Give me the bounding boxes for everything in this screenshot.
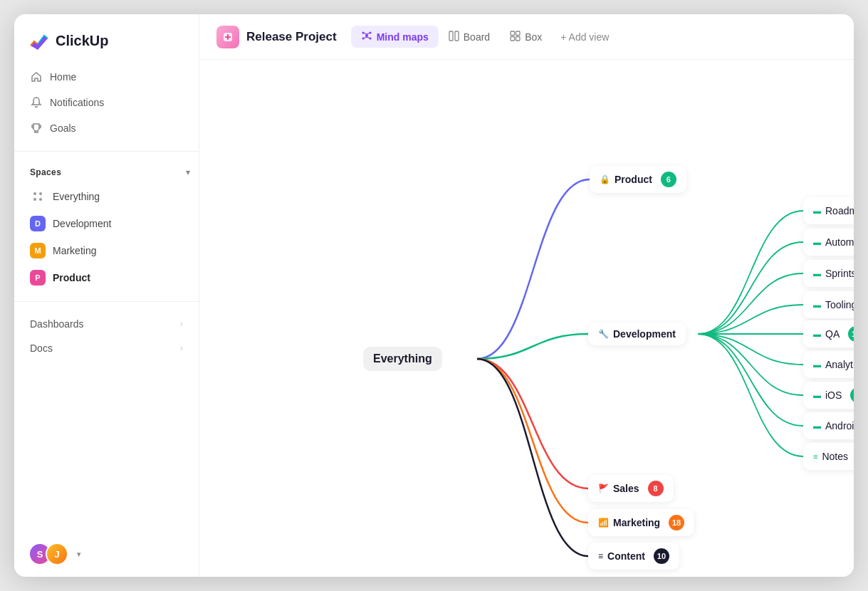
development-node-icon: 🔧	[598, 329, 609, 339]
mind-map-svg	[199, 60, 854, 577]
svg-rect-16	[511, 31, 515, 36]
mind-map-canvas: Everything 🔒 Product 6 🔧 Development 🚩 S…	[199, 60, 854, 577]
node-automation[interactable]: ▬ Automation 6	[803, 229, 854, 256]
everything-icon	[30, 189, 46, 204]
product-avatar: P	[30, 270, 46, 286]
tab-box[interactable]: Box	[500, 26, 552, 48]
node-sprints[interactable]: ▬ Sprints 11	[803, 260, 854, 287]
node-analytics[interactable]: ▬ Analytics 5	[803, 351, 854, 378]
footer-chevron-icon: ▾	[77, 550, 81, 559]
node-product[interactable]: 🔒 Product 6	[590, 166, 686, 193]
sidebar-item-development[interactable]: D Development	[21, 210, 192, 237]
sales-icon: 🚩	[598, 483, 609, 493]
node-content[interactable]: ≡ Content 10	[588, 543, 679, 570]
sidebar-item-home[interactable]: Home	[21, 64, 192, 90]
node-tooling[interactable]: ▬ Tooling 5	[803, 291, 854, 318]
logo: ClickUp	[14, 14, 199, 64]
sidebar-navigation: Home Notifications Goals	[14, 64, 199, 141]
project-title: Release Project	[246, 30, 337, 44]
ios-badge: 1	[850, 387, 854, 403]
user-avatar-img: J	[46, 543, 68, 565]
main-content: Release Project Mind maps Board Box	[199, 14, 854, 577]
content-badge: 10	[654, 548, 669, 564]
sprints-icon: ▬	[813, 269, 821, 278]
marketing-badge: 18	[669, 515, 684, 530]
node-roadmap[interactable]: ▬ Roadmap 11	[803, 197, 854, 224]
node-development[interactable]: 🔧 Development	[588, 323, 686, 345]
qa-icon: ▬	[813, 330, 821, 338]
home-label: Home	[50, 71, 76, 83]
product-node-label: Product	[615, 174, 652, 185]
goals-label: Goals	[50, 122, 76, 134]
node-ios[interactable]: ▬ iOS 1	[803, 382, 854, 409]
roadmap-icon: ▬	[813, 206, 821, 215]
spaces-section-header[interactable]: Spaces ▾	[14, 162, 199, 183]
clickup-logo-icon	[28, 30, 50, 51]
sidebar-item-marketing[interactable]: M Marketing	[21, 237, 192, 264]
notes-label: Notes	[822, 451, 848, 462]
svg-point-1	[39, 192, 42, 195]
sidebar-item-everything[interactable]: Everything	[21, 183, 192, 210]
bell-icon	[30, 96, 43, 109]
everything-label: Everything	[53, 191, 100, 202]
sidebar-item-notifications[interactable]: Notifications	[21, 90, 192, 115]
spaces-chevron-icon: ▾	[186, 167, 190, 177]
dashboards-label: Dashboards	[30, 318, 84, 330]
mind-maps-icon	[361, 30, 372, 43]
collapsible-list: Dashboards › Docs ›	[14, 312, 199, 360]
board-icon	[449, 31, 459, 43]
marketing-node-icon: 📶	[598, 518, 609, 528]
roadmap-label: Roadmap	[825, 205, 854, 216]
topbar: Release Project Mind maps Board Box	[199, 14, 854, 60]
marketing-node-label: Marketing	[613, 517, 660, 528]
root-label: Everything	[373, 352, 432, 365]
android-icon: ▬	[813, 422, 821, 430]
notifications-label: Notifications	[50, 97, 104, 108]
node-qa[interactable]: ▬ QA 11	[803, 320, 854, 347]
sidebar-footer: S J ▾	[14, 531, 199, 577]
analytics-icon: ▬	[813, 360, 821, 369]
sidebar-item-dashboards[interactable]: Dashboards ›	[21, 312, 192, 336]
docs-chevron-icon: ›	[180, 343, 183, 353]
content-label: Content	[607, 550, 645, 562]
svg-point-3	[39, 198, 42, 201]
svg-rect-17	[516, 31, 521, 36]
tab-mind-maps[interactable]: Mind maps	[351, 26, 439, 48]
tooling-label: Tooling	[825, 299, 854, 310]
node-sales[interactable]: 🚩 Sales 8	[588, 475, 674, 502]
marketing-avatar: M	[30, 243, 46, 258]
dashboards-chevron-icon: ›	[180, 319, 183, 329]
add-view-button[interactable]: + Add view	[552, 27, 617, 47]
sidebar-item-product[interactable]: P Product	[21, 264, 192, 291]
box-icon	[510, 31, 521, 43]
sidebar-item-docs[interactable]: Docs ›	[21, 336, 192, 360]
sidebar-item-goals[interactable]: Goals	[21, 115, 192, 141]
product-label: Product	[53, 272, 90, 283]
user-avatars: S J	[28, 543, 68, 565]
sprints-label: Sprints	[825, 268, 854, 279]
svg-rect-18	[511, 36, 515, 41]
svg-rect-19	[516, 36, 521, 41]
tab-box-label: Box	[525, 31, 542, 43]
svg-rect-15	[455, 31, 459, 41]
divider-2	[14, 301, 199, 302]
sales-badge: 8	[648, 481, 664, 496]
notes-icon: ≡	[813, 452, 817, 461]
tab-mind-maps-label: Mind maps	[377, 31, 429, 43]
node-notes[interactable]: ≡ Notes 3	[803, 443, 854, 470]
product-icon: 🔒	[600, 174, 610, 184]
svg-point-2	[33, 198, 36, 201]
divider	[14, 151, 199, 152]
node-marketing[interactable]: 📶 Marketing 18	[588, 509, 694, 536]
trophy-icon	[30, 122, 43, 135]
tab-board[interactable]: Board	[439, 26, 500, 48]
node-root[interactable]: Everything	[363, 347, 442, 371]
product-badge: 6	[661, 172, 676, 187]
marketing-label: Marketing	[53, 245, 96, 256]
node-android[interactable]: ▬ Android 4	[803, 412, 854, 439]
analytics-label: Analytics	[825, 359, 854, 370]
app-window: ClickUp Home Notifications Goals	[14, 14, 854, 577]
ios-label: iOS	[825, 389, 842, 401]
ios-icon: ▬	[813, 391, 821, 399]
spaces-list: Everything D Development M Marketing P P…	[14, 183, 199, 291]
